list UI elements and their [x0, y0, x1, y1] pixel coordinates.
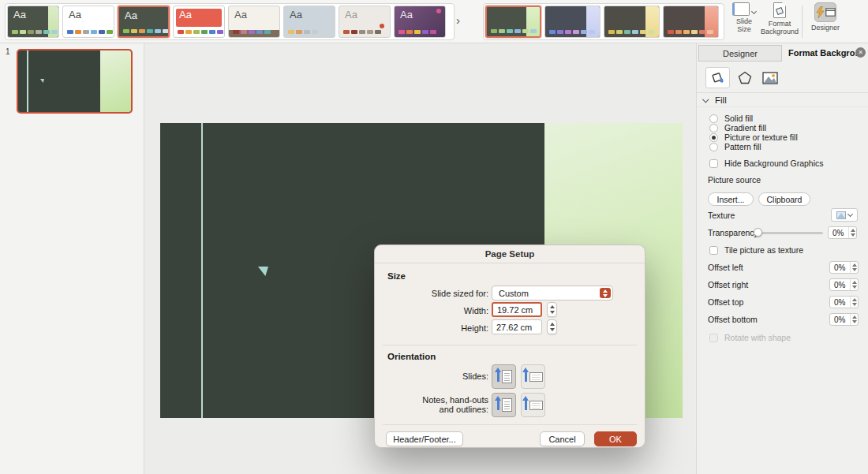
theme-aa-label: Aa — [290, 9, 302, 21]
offset-spinner[interactable]: 0% — [829, 261, 859, 274]
designer-label: Designer — [811, 24, 840, 32]
tab-designer[interactable]: Designer — [698, 45, 782, 62]
fill-option[interactable]: Pattern fill — [709, 142, 798, 151]
slide-triangle-shape — [258, 267, 268, 276]
variant-thumbnail[interactable] — [604, 6, 660, 38]
stepper-arrows-icon — [850, 297, 858, 308]
transparency-label: Transparency — [708, 228, 758, 237]
transparency-slider-track[interactable] — [757, 232, 823, 234]
designer-button[interactable]: Designer — [806, 2, 844, 32]
clipboard-button[interactable]: Clipboard — [758, 192, 810, 206]
radio-icon — [709, 143, 718, 151]
fill-option-label: Pattern fill — [724, 142, 761, 151]
theme-swatches — [288, 30, 318, 34]
height-label: Height: — [375, 323, 488, 333]
fill-option[interactable]: Solid fill — [709, 114, 798, 123]
fill-section-label: Fill — [715, 95, 727, 105]
fill-section-header[interactable]: Fill — [697, 93, 868, 107]
offset-rows: Offset left 0% Offset right 0% Offset to… — [697, 261, 868, 330]
notes-landscape-button[interactable] — [521, 393, 545, 417]
variant-swatches — [668, 30, 713, 34]
hide-background-label: Hide Background Graphics — [724, 159, 823, 168]
slide-sized-for-dropdown[interactable]: Custom — [492, 286, 613, 300]
portrait-document-icon — [502, 370, 512, 383]
theme-thumbnail[interactable]: Aa — [62, 6, 114, 38]
hide-background-checkbox[interactable]: Hide Background Graphics — [709, 159, 823, 168]
close-icon[interactable] — [855, 47, 866, 58]
stepper-arrows-icon — [848, 227, 856, 238]
slide-thumbnail-panel: 1 — [0, 43, 144, 474]
theme-thumbnail[interactable]: Aa — [283, 6, 335, 38]
landscape-document-icon — [529, 401, 543, 410]
tile-texture-checkbox[interactable]: Tile picture as texture — [709, 245, 803, 255]
theme-thumbnail[interactable]: Aa — [339, 6, 391, 38]
slide-accent-line — [201, 123, 203, 418]
variant-swatches — [491, 29, 537, 33]
slides-portrait-button[interactable] — [492, 364, 516, 389]
theme-thumbnail[interactable]: Aa — [7, 6, 59, 38]
slide-1-thumbnail[interactable] — [17, 49, 133, 114]
theme-gallery: Aa Aa Aa Aa Aa Aa — [5, 3, 455, 40]
theme-thumbnail[interactable]: Aa — [118, 6, 170, 38]
insert-button[interactable]: Insert... — [708, 192, 754, 206]
chevron-down-icon — [702, 96, 709, 103]
radio-icon — [709, 124, 718, 132]
offset-value: 0% — [830, 315, 850, 324]
more-themes-arrow[interactable]: › — [456, 13, 460, 27]
offset-spinner[interactable]: 0% — [829, 278, 859, 291]
slide-size-button[interactable]: Slide Size — [728, 2, 761, 34]
slides-landscape-button[interactable] — [521, 364, 545, 389]
fill-options: Solid fill Gradient fill Picture or text… — [709, 114, 798, 151]
transparency-spinner[interactable]: 0% — [828, 226, 857, 239]
theme-swatches — [343, 30, 381, 34]
theme-swatches — [67, 30, 113, 34]
width-input[interactable]: 19.72 cm — [492, 302, 542, 317]
orientation-heading: Orientation — [387, 352, 436, 361]
offset-spinner[interactable]: 0% — [829, 296, 859, 308]
fill-option-label: Solid fill — [724, 114, 753, 123]
theme-dot — [436, 9, 441, 13]
variant-thumbnail[interactable] — [485, 6, 541, 38]
theme-aa-label: Aa — [400, 9, 413, 21]
transparency-slider-knob[interactable] — [754, 228, 762, 237]
variant-thumbnail[interactable] — [663, 6, 719, 38]
radio-icon — [709, 133, 718, 142]
portrait-document-icon — [502, 398, 512, 412]
fill-option-label: Gradient fill — [724, 123, 766, 132]
offset-value: 0% — [830, 298, 850, 307]
designer-icon — [814, 2, 836, 22]
header-footer-button[interactable]: Header/Footer... — [386, 431, 463, 446]
dialog-separator — [383, 345, 637, 345]
width-stepper[interactable] — [547, 302, 557, 317]
fill-option[interactable]: Gradient fill — [709, 123, 798, 132]
checkbox-icon — [709, 246, 718, 255]
theme-aa-label: Aa — [345, 9, 357, 21]
theme-dot — [380, 24, 384, 28]
rotate-with-shape-label: Rotate with shape — [724, 333, 791, 342]
theme-swatches — [12, 30, 58, 34]
theme-thumbnail[interactable]: Aa — [173, 6, 225, 38]
fill-tab-button[interactable] — [705, 67, 730, 88]
slides-label: Slides: — [375, 371, 488, 381]
picture-icon — [762, 72, 778, 84]
notes-portrait-button[interactable] — [492, 393, 516, 417]
tab-format-background[interactable]: Format Backgro… — [788, 48, 863, 58]
picture-tab-button[interactable] — [758, 67, 781, 88]
texture-dropdown[interactable] — [831, 208, 858, 222]
format-background-button[interactable]: Format Background — [759, 2, 800, 36]
theme-thumbnail[interactable]: Aa — [394, 6, 446, 38]
fill-option[interactable]: Picture or texture fill — [709, 132, 798, 142]
effects-tab-button[interactable] — [734, 67, 755, 88]
theme-aa-label: Aa — [234, 9, 247, 21]
ok-button[interactable]: OK — [594, 431, 637, 446]
cancel-button[interactable]: Cancel — [540, 431, 585, 446]
up-arrow-icon — [497, 400, 499, 410]
offset-spinner[interactable]: 0% — [829, 313, 859, 326]
height-stepper[interactable] — [547, 319, 557, 334]
thumbnail-accent-line — [27, 50, 28, 112]
offset-label: Offset right — [708, 280, 748, 289]
height-input[interactable]: 27.62 cm — [492, 319, 542, 334]
theme-thumbnail[interactable]: Aa — [228, 6, 280, 38]
offset-row: Offset top 0% — [697, 296, 868, 308]
variant-thumbnail[interactable] — [544, 6, 600, 38]
